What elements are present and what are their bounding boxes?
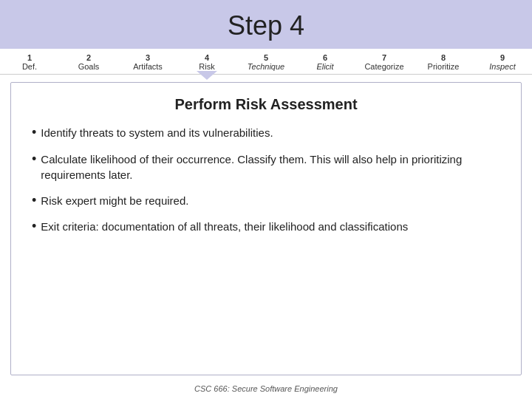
steps-nav: 1Def.2Goals3Artifacts4Risk5Technique6Eli… [0, 49, 532, 75]
bullet-text: Calculate likelihood of their occurrence… [41, 151, 500, 183]
step-label: Risk [199, 62, 214, 71]
page-wrapper: Step 4 1Def.2Goals3Artifacts4Risk5Techni… [0, 0, 532, 399]
step-item-8: 8Prioritize [421, 53, 466, 71]
section-title: Perform Risk Assessment [32, 96, 500, 113]
step-number: 6 [323, 53, 327, 62]
title-bar: Step 4 [0, 0, 532, 49]
main-content: Perform Risk Assessment •Identify threat… [10, 82, 522, 375]
step-number: 7 [382, 53, 386, 62]
step-label: Inspect [489, 62, 515, 71]
step-label: Goals [78, 62, 100, 71]
bullet-item: •Identify threats to system and its vuln… [32, 125, 500, 141]
bullet-text: Identify threats to system and its vulne… [41, 125, 273, 140]
bullet-item: •Calculate likelihood of their occurrenc… [32, 151, 500, 183]
step-number: 9 [500, 53, 505, 62]
bullet-dot: • [32, 193, 36, 209]
step-number: 3 [146, 53, 150, 62]
step-item-2: 2Goals [66, 53, 111, 71]
page-title: Step 4 [0, 10, 532, 41]
bullet-item: •Risk expert might be required. [32, 193, 500, 209]
bullet-dot: • [32, 151, 36, 168]
bullet-text: Exit criteria: documentation of all thre… [41, 219, 408, 234]
step-number: 5 [264, 53, 268, 62]
step-label: Technique [248, 62, 284, 71]
bullet-item: •Exit criteria: documentation of all thr… [32, 219, 500, 235]
step-number: 4 [205, 53, 209, 62]
bullet-dot: • [32, 125, 36, 141]
footer: CSC 666: Secure Software Engineering [0, 381, 532, 399]
step-item-3: 3Artifacts [126, 53, 170, 71]
bullet-list: •Identify threats to system and its vuln… [32, 125, 500, 235]
step-label: Elicit [316, 62, 333, 71]
step-item-9: 9Inspect [480, 53, 525, 71]
step-label: Def. [22, 62, 37, 71]
step-item-1: 1Def. [7, 53, 52, 71]
bullet-text: Risk expert might be required. [41, 193, 188, 208]
step-number: 2 [86, 53, 91, 62]
step-item-5: 5Technique [244, 53, 288, 71]
bullet-dot: • [32, 219, 36, 235]
step-item-6: 6Elicit [303, 53, 347, 71]
step-number: 1 [27, 53, 32, 62]
step-number: 8 [441, 53, 446, 62]
steps-row: 1Def.2Goals3Artifacts4Risk5Technique6Eli… [7, 53, 525, 74]
step-label: Categorize [364, 62, 403, 71]
step-label: Prioritize [428, 62, 460, 71]
step-item-7: 7Categorize [362, 53, 406, 71]
step-item-4: 4Risk [185, 53, 229, 71]
step-label: Artifacts [133, 62, 163, 71]
